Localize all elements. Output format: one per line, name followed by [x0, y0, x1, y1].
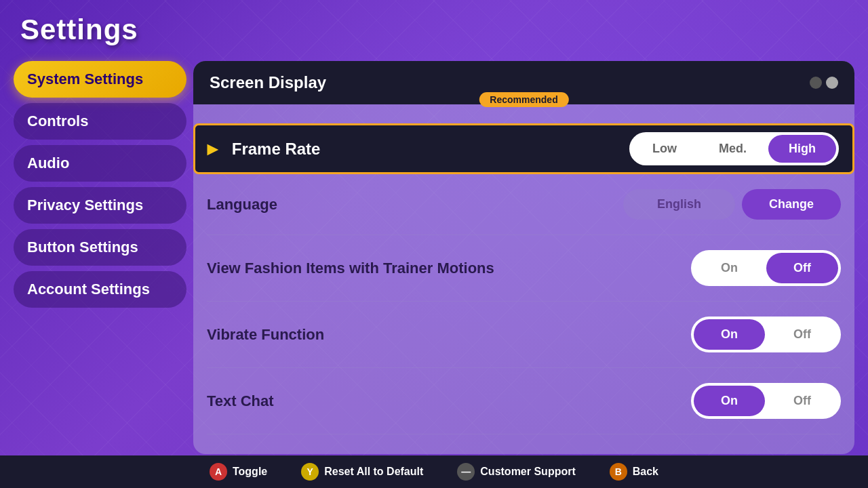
vibrate-toggle: On Off — [691, 317, 841, 352]
vibrate-off-btn[interactable]: Off — [766, 319, 838, 350]
language-change-btn[interactable]: Change — [742, 189, 841, 220]
frame-rate-toggle-group: Low Med. High — [629, 132, 839, 165]
frame-rate-wrapper: Recommended ► Frame Rate Low Med. High — [207, 104, 841, 174]
main-panel: Screen Display Recommended ► Frame Rate … — [193, 61, 854, 454]
settings-content: Recommended ► Frame Rate Low Med. High L… — [193, 104, 854, 434]
toggle-btn-bar: A Toggle — [210, 463, 267, 481]
frame-rate-high-btn[interactable]: High — [768, 135, 836, 163]
view-fashion-controls: On Off — [691, 250, 841, 286]
a-button-icon: A — [210, 463, 227, 481]
recommended-badge: Recommended — [479, 92, 568, 107]
text-chat-controls: On Off — [691, 383, 841, 419]
support-btn-bar: — Customer Support — [457, 463, 575, 481]
reset-label: Reset All to Default — [324, 466, 423, 478]
frame-rate-row: ► Frame Rate Low Med. High — [193, 123, 854, 174]
y-button-icon: Y — [301, 463, 319, 481]
bottom-bar: A Toggle Y Reset All to Default — Custom… — [0, 455, 868, 488]
frame-rate-low-btn[interactable]: Low — [632, 135, 697, 163]
reset-btn-bar: Y Reset All to Default — [301, 463, 423, 481]
sidebar-item-privacy-settings[interactable]: Privacy Settings — [14, 187, 186, 224]
page-title: Settings — [20, 14, 138, 46]
frame-rate-med-btn[interactable]: Med. — [698, 135, 767, 163]
view-fashion-label: View Fashion Items with Trainer Motions — [207, 260, 691, 277]
text-chat-row: Text Chat On Off — [207, 368, 841, 434]
sidebar: System Settings Controls Audio Privacy S… — [14, 61, 186, 308]
text-chat-on-btn[interactable]: On — [694, 386, 765, 416]
back-label: Back — [633, 466, 658, 478]
vibrate-row: Vibrate Function On Off — [207, 302, 841, 368]
back-btn-bar[interactable]: B Back — [610, 463, 658, 481]
text-chat-label: Text Chat — [207, 392, 691, 410]
support-label: Customer Support — [480, 466, 575, 478]
language-controls: English Change — [623, 189, 841, 220]
header-dots — [810, 77, 838, 89]
view-fashion-row: View Fashion Items with Trainer Motions … — [207, 235, 841, 302]
vibrate-on-btn[interactable]: On — [694, 319, 765, 350]
section-header-title: Screen Display — [210, 73, 326, 92]
language-row: Language English Change — [207, 174, 841, 235]
vibrate-controls: On Off — [691, 317, 841, 352]
sidebar-item-button-settings[interactable]: Button Settings — [14, 229, 186, 266]
language-value: English — [623, 189, 735, 220]
sidebar-item-account-settings[interactable]: Account Settings — [14, 271, 186, 308]
language-label: Language — [207, 196, 623, 214]
sidebar-item-controls[interactable]: Controls — [14, 103, 186, 140]
header-dot-2 — [826, 77, 838, 89]
view-fashion-on-btn[interactable]: On — [694, 253, 765, 283]
text-chat-off-btn[interactable]: Off — [766, 386, 838, 416]
arrow-icon: ► — [203, 138, 222, 160]
toggle-label: Toggle — [233, 466, 267, 478]
sidebar-item-audio[interactable]: Audio — [14, 145, 186, 182]
header-dot-1 — [810, 77, 822, 89]
sidebar-item-system-settings[interactable]: System Settings — [14, 61, 186, 98]
minus-button-icon: — — [457, 463, 475, 481]
b-button-icon: B — [610, 463, 627, 481]
view-fashion-toggle: On Off — [691, 250, 841, 286]
frame-rate-label: Frame Rate — [232, 140, 629, 159]
view-fashion-off-btn[interactable]: Off — [766, 253, 838, 283]
text-chat-toggle: On Off — [691, 383, 841, 419]
vibrate-label: Vibrate Function — [207, 326, 691, 344]
